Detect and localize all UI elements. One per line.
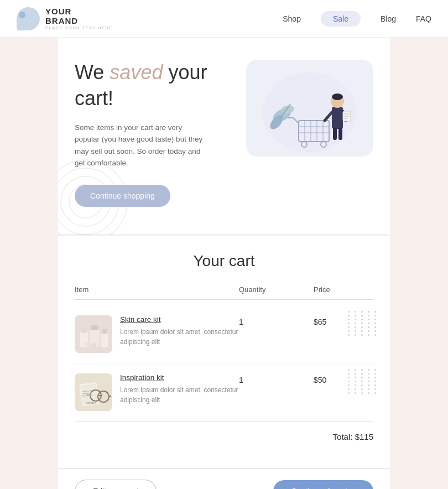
illustration-svg [252,63,368,154]
nav-blog[interactable]: Blog [381,14,396,23]
cart-item-1: Skin care kit Lorem ipsum dolor sit amet… [75,315,239,353]
continue-shopping-footer-button[interactable]: Continue shopping [273,480,373,489]
svg-rect-38 [101,333,108,347]
svg-point-41 [85,342,89,346]
product-desc-2: Lorem ipsum dolor sit amet, consectetur … [120,385,239,405]
hero-content: We saved your cart! Some items in your c… [75,60,235,207]
table-row: inspire Inspiration kit Lorem ipsum dolo… [75,363,373,422]
cart-qty-2: 1 [239,373,314,384]
col-header-quantity: Quantity [239,285,314,294]
product-name-2: Inspiration kit [120,373,239,382]
nav-links: Shop Sale Blog FAQ [283,11,431,27]
hero-description: Some items in your cart are very popular… [75,122,207,169]
cart-section: Your cart Item Quantity Price [58,235,390,468]
nav-shop[interactable]: Shop [283,14,301,23]
svg-rect-39 [102,329,107,334]
logo-icon [17,7,40,30]
logo-text: YOUR BRAND PLACE YOUR TEXT HERE [45,7,113,30]
nav-sale[interactable]: Sale [321,11,361,27]
navigation: YOUR BRAND PLACE YOUR TEXT HERE Shop Sal… [0,0,448,38]
product-thumb-1 [75,315,112,353]
logo: YOUR BRAND PLACE YOUR TEXT HERE [17,7,113,30]
hero-title: We saved your cart! [75,60,235,112]
svg-point-1 [19,12,25,18]
svg-rect-37 [91,325,98,330]
cart-title: Your cart [75,252,373,270]
svg-text:inspire: inspire [86,400,96,405]
cart-item-2: inspire Inspiration kit Lorem ipsum dolo… [75,373,239,411]
col-header-item: Item [75,285,239,294]
product-name-1: Skin care kit [120,315,239,324]
dots-decoration-1 [348,311,379,336]
svg-line-49 [109,396,111,397]
product-thumb-2: inspire [75,373,112,411]
product-info-1: Skin care kit Lorem ipsum dolor sit amet… [120,315,239,347]
cart-illustration [246,60,373,157]
svg-rect-28 [338,128,342,140]
svg-rect-35 [82,327,86,333]
dots-decoration-2 [348,369,379,394]
continue-shopping-hero-button[interactable]: Continue shopping [75,185,170,207]
cart-illustration-area [246,60,373,157]
table-row: Skin care kit Lorem ipsum dolor sit amet… [75,305,373,363]
cart-total: Total: $115 [75,422,373,446]
cart-table-header: Item Quantity Price [75,285,373,300]
footer-buttons: Edit your cart Continue shopping [58,469,390,489]
svg-point-24 [332,93,343,100]
svg-point-40 [91,343,96,348]
product-desc-1: Lorem ipsum dolor sit amet, consectetur … [120,327,239,347]
cart-qty-1: 1 [239,315,314,326]
svg-rect-27 [333,128,337,140]
nav-faq[interactable]: FAQ [416,14,431,23]
product-info-2: Inspiration kit Lorem ipsum dolor sit am… [120,373,239,405]
edit-cart-button[interactable]: Edit your cart [75,480,157,489]
svg-rect-22 [332,107,343,129]
hero-section: We saved your cart! Some items in your c… [58,38,390,235]
col-header-price: Price [314,285,373,294]
